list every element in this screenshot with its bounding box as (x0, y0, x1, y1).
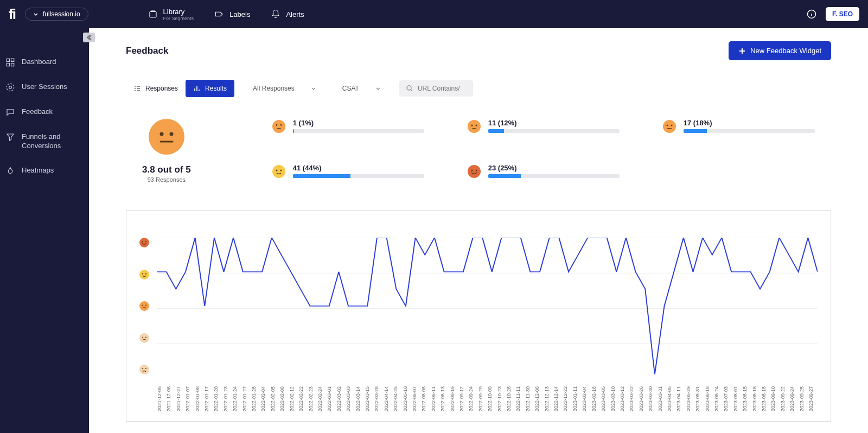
x-tick: 2022-03-02 (336, 374, 346, 411)
chevron-left-icon (86, 34, 92, 41)
svg-point-16 (671, 125, 672, 126)
bar-track (488, 129, 620, 133)
svg-point-28 (145, 336, 146, 338)
x-tick: 2022-01-17 (204, 374, 213, 411)
distribution-item: 1 (1%) (272, 119, 424, 138)
x-tick: 2022-09-12 (459, 374, 468, 411)
x-tick: 2023-08-16 (752, 374, 761, 411)
chevron-down-icon (33, 11, 39, 17)
svg-point-21 (142, 241, 143, 242)
svg-rect-5 (11, 63, 14, 66)
svg-point-15 (666, 125, 668, 126)
sidebar-item-funnels[interactable]: Funnels and Conversions (0, 125, 89, 158)
svg-point-9 (159, 132, 163, 136)
bar-label: 1 (1%) (293, 119, 424, 127)
svg-point-19 (471, 170, 473, 171)
filter-metric[interactable]: CSAT (335, 80, 388, 97)
face-icon-level-1 (272, 120, 285, 133)
y-axis (139, 238, 157, 411)
x-axis: 2021-12-052021-12-062021-12-272022-01-07… (157, 374, 818, 411)
x-tick: 2022-12-22 (563, 374, 572, 411)
bar-label: 23 (25%) (488, 164, 620, 172)
x-tick: 2023-03-10 (610, 374, 620, 411)
x-tick: 2022-02-12 (289, 374, 298, 411)
face-icon-level-4 (272, 165, 285, 178)
bar-label: 41 (44%) (293, 164, 424, 172)
summary: 3.8 out of 5 93 Responses 1 (1%) 11 (12%… (126, 119, 831, 183)
x-tick: 2022-05-10 (403, 374, 412, 411)
x-tick: 2023-09-22 (780, 374, 789, 411)
user-badge[interactable]: F. SEO (826, 7, 859, 21)
main-content: Feedback New Feedback Widget Responses R… (89, 28, 868, 433)
tab-label: Responses (145, 85, 178, 92)
x-tick: 2022-01-07 (185, 374, 194, 411)
new-feedback-widget-button[interactable]: New Feedback Widget (729, 41, 831, 60)
x-tick: 2023-02-04 (582, 374, 591, 411)
nav-labels-label: Labels (229, 10, 250, 18)
svg-point-7 (9, 86, 12, 89)
face-icon-level-5 (468, 165, 481, 178)
x-tick: 2023-03-26 (639, 374, 648, 411)
x-tick: 2023-01-11 (572, 374, 582, 411)
svg-point-17 (276, 170, 277, 171)
tab-results[interactable]: Results (186, 80, 234, 97)
x-tick: 2022-02-24 (317, 374, 327, 411)
x-tick: 2023-09-24 (789, 374, 799, 411)
funnel-icon (5, 132, 15, 142)
x-tick: 2022-03-01 (327, 374, 336, 411)
toolbar: Responses Results All Responses CSAT (126, 80, 831, 97)
url-search-input[interactable] (418, 85, 467, 92)
svg-rect-3 (11, 59, 14, 61)
svg-point-22 (145, 241, 146, 242)
bell-icon (271, 9, 280, 19)
x-tick: 2022-01-28 (251, 374, 260, 411)
sidebar-item-heatmaps[interactable]: Heatmaps (0, 158, 89, 183)
y-face-icon (139, 301, 149, 311)
topbar: fi fullsession.io LibraryFor Segments La… (0, 0, 868, 28)
filter-label: All Responses (253, 85, 295, 92)
x-tick: 2023-03-30 (648, 374, 657, 411)
nav-alerts[interactable]: Alerts (271, 8, 304, 21)
x-tick: 2022-06-07 (412, 374, 421, 411)
x-tick: 2022-09-29 (478, 374, 487, 411)
x-tick: 2022-02-23 (308, 374, 317, 411)
nav-labels[interactable]: Labels (214, 8, 250, 21)
nav-library-sub: For Segments (163, 16, 194, 21)
x-tick: 2022-03-15 (365, 374, 374, 411)
x-tick: 2022-06-13 (440, 374, 449, 411)
sidebar-collapse[interactable] (83, 33, 95, 42)
nav-library-label: Library (163, 8, 185, 16)
sidebar-item-dashboard[interactable]: Dashboard (0, 50, 89, 75)
face-icon-level-3 (663, 120, 676, 133)
sidebar-label: Funnels and Conversions (22, 132, 84, 151)
score-text: 3.8 out of 5 (142, 164, 191, 175)
x-tick: 2022-10-23 (497, 374, 506, 411)
tab-responses[interactable]: Responses (126, 80, 186, 97)
info-icon[interactable] (806, 9, 817, 20)
new-button-label: New Feedback Widget (750, 47, 821, 55)
site-selector[interactable]: fullsession.io (25, 8, 88, 21)
x-tick: 2021-12-27 (176, 374, 185, 411)
sidebar: Dashboard User Sessions Feedback Funnels… (0, 28, 89, 433)
nav-library[interactable]: LibraryFor Segments (148, 8, 194, 21)
distribution-item: 17 (18%) (663, 119, 815, 138)
x-tick: 2022-02-22 (298, 374, 308, 411)
x-tick: 2023-05-31 (695, 374, 704, 411)
x-tick: 2022-11-11 (515, 374, 525, 411)
score-block: 3.8 out of 5 93 Responses (142, 119, 191, 183)
chevron-down-icon (311, 86, 316, 91)
face-icon-level-2 (468, 120, 481, 133)
topnav: LibraryFor Segments Labels Alerts (148, 8, 304, 21)
url-search[interactable] (399, 80, 473, 97)
x-tick: 2022-06-11 (431, 374, 440, 411)
sidebar-item-sessions[interactable]: User Sessions (0, 75, 89, 100)
x-tick: 2023-03-12 (620, 374, 629, 411)
list-icon (133, 85, 141, 92)
svg-point-26 (145, 304, 146, 305)
dashboard-icon (5, 58, 15, 67)
svg-point-14 (475, 125, 477, 126)
y-face-icon (139, 333, 149, 343)
sidebar-item-feedback[interactable]: Feedback (0, 100, 89, 125)
filter-responses[interactable]: All Responses (245, 80, 324, 97)
x-tick: 2023-07-03 (723, 374, 732, 411)
